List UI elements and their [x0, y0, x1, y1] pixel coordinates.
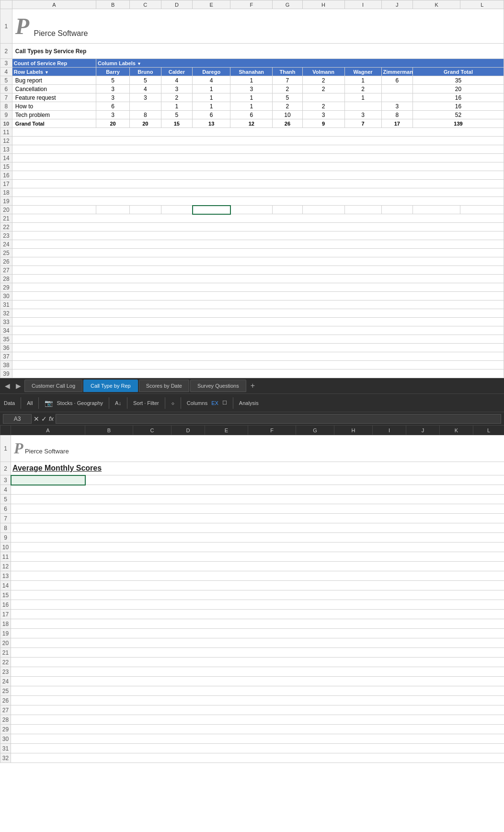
column-labels-header: Column Labels ▼ — [96, 59, 504, 68]
ribbon-all: All — [27, 400, 33, 406]
ribbon-sort-az: A↓ — [115, 400, 121, 406]
bottom-col-header-f[interactable]: F — [248, 426, 296, 435]
ribbon-sort-filter-label[interactable]: Sort · Filter — [133, 400, 159, 406]
table-row: 26 — [0, 257, 504, 266]
col-header-k[interactable]: K — [413, 0, 460, 9]
ribbon-columns: Columns — [187, 400, 207, 406]
bottom-company-name: Pierce Software — [25, 448, 69, 455]
sheet-nav-next[interactable]: ▶ — [13, 381, 24, 391]
cell-reference-box[interactable]: A3 — [3, 414, 32, 424]
checkbox-icon[interactable]: ☐ — [222, 400, 227, 406]
formula-confirm-button[interactable]: ✓ — [41, 415, 47, 423]
ribbon-stocks-label[interactable]: Stocks · Geography — [57, 400, 103, 406]
company-name: Pierce Software — [34, 29, 88, 37]
bottom-col-header-k[interactable]: K — [440, 426, 473, 435]
table-row: 4 — [0, 485, 504, 495]
row-num-7: 7 — [0, 93, 12, 102]
ribbon-analysis-label[interactable]: Analysis — [239, 400, 259, 406]
table-row: 12 — [0, 562, 504, 571]
ribbon-analysis: Analysis — [239, 400, 259, 406]
bottom-col-header-i[interactable]: I — [373, 426, 406, 435]
col-header-i[interactable]: I — [344, 0, 381, 9]
bottom-logo-cell: P Pierce Software — [11, 435, 504, 462]
tab-survey-questions[interactable]: Survey Questions — [190, 380, 246, 392]
bottom-spreadsheet-table: A B C D E F G H I J K L 1 — [0, 425, 504, 763]
bottom-col-header-l[interactable]: L — [473, 426, 504, 435]
table-row: 36 — [0, 344, 504, 352]
ribbon-sep-3 — [109, 397, 109, 409]
col-header-g[interactable]: G — [273, 0, 302, 9]
grand-total-label: Grand Total — [12, 119, 96, 128]
ribbon-data-label[interactable]: Data — [4, 400, 15, 406]
col-header-darego: Darego — [193, 68, 230, 76]
ribbon-sort-filter: Sort · Filter — [133, 400, 159, 406]
row-num-6: 6 — [0, 85, 12, 93]
table-row: 15 — [0, 590, 504, 600]
row-label-feature-request: Feature request — [12, 93, 96, 102]
sheet-title: Call Types by Service Rep — [12, 44, 504, 59]
bottom-col-header-b[interactable]: B — [85, 426, 133, 435]
formula-controls: ✕ ✓ — [34, 415, 47, 423]
bottom-corner-cell — [0, 426, 11, 435]
col-header-e[interactable]: E — [193, 0, 230, 9]
table-row: 30 — [0, 292, 504, 300]
bottom-col-header-g[interactable]: G — [296, 426, 334, 435]
bottom-col-header-j[interactable]: J — [406, 426, 440, 435]
column-labels-dropdown-icon[interactable]: ▼ — [137, 61, 141, 66]
bottom-col-header-h[interactable]: H — [334, 426, 373, 435]
bottom-col-header-d[interactable]: D — [172, 426, 205, 435]
table-row: 25 — [0, 686, 504, 696]
row-labels-dropdown-icon[interactable]: ▼ — [45, 70, 49, 75]
row-num-8: 8 — [0, 102, 12, 111]
col-header-f[interactable]: F — [230, 0, 273, 9]
table-row: 18 — [0, 188, 504, 197]
ribbon-all-label[interactable]: All — [27, 400, 33, 406]
ribbon-checkbox-icon: ☐ — [222, 400, 227, 406]
col-header-l[interactable]: L — [460, 0, 504, 9]
bottom-row-num-2: 2 — [0, 462, 11, 475]
row-num-3: 3 — [0, 59, 12, 68]
table-row: 35 — [0, 335, 504, 344]
col-header-bruno: Bruno — [130, 68, 161, 76]
tab-call-type-by-rep[interactable]: Call Type by Rep — [83, 380, 138, 392]
formula-input[interactable] — [56, 414, 501, 424]
col-header-thanh: Thanh — [273, 68, 302, 76]
col-header-b[interactable]: B — [96, 0, 130, 9]
col-header-shanahan: Shanahan — [230, 68, 273, 76]
table-row: 26 — [0, 696, 504, 705]
bottom-col-header-a[interactable]: A — [11, 426, 85, 435]
sheet-nav-prev[interactable]: ◀ — [2, 381, 13, 391]
tab-scores-by-date[interactable]: Scores by Date — [139, 380, 189, 392]
row-label-bug-report: Bug report — [12, 76, 96, 85]
funnel-icon[interactable]: ⬦ — [171, 399, 175, 406]
add-sheet-button[interactable]: + — [247, 379, 259, 393]
col-header-c[interactable]: C — [130, 0, 161, 9]
bottom-col-header-e[interactable]: E — [205, 426, 248, 435]
selected-cell-a3[interactable] — [11, 475, 85, 485]
selected-cell-f20[interactable] — [193, 206, 230, 214]
ribbon-bar: Data All 📷 Stocks · Geography A↓ Sort · … — [0, 393, 504, 412]
row-label-cancellation: Cancellation — [12, 85, 96, 93]
table-row: 31 — [0, 744, 504, 753]
col-header-calder: Calder — [161, 68, 193, 76]
ribbon-ex-text[interactable]: EX — [211, 400, 218, 406]
table-row: 3 — [0, 475, 504, 485]
col-header-j[interactable]: J — [381, 0, 413, 9]
ribbon-stocks-geography: Stocks · Geography — [57, 400, 103, 406]
bottom-col-header-c[interactable]: C — [133, 426, 172, 435]
count-label: Count of Service Rep — [12, 59, 96, 68]
table-row: 17 — [0, 610, 504, 619]
table-row: 39 — [0, 370, 504, 378]
tab-customer-call-log[interactable]: Customer Call Log — [24, 380, 82, 392]
col-header-d[interactable]: D — [161, 0, 193, 9]
ribbon-columns-label[interactable]: Columns — [187, 400, 207, 406]
col-header-h[interactable]: H — [302, 0, 344, 9]
formula-cancel-button[interactable]: ✕ — [34, 415, 39, 423]
table-row: 32 — [0, 309, 504, 318]
table-row: 34 — [0, 326, 504, 335]
bottom-column-header-row: A B C D E F G H I J K L — [0, 426, 504, 435]
sort-az-icon[interactable]: A↓ — [115, 400, 121, 406]
bottom-title-row: 2 Average Monthly Scores — [0, 462, 504, 475]
col-header-a[interactable]: A — [12, 0, 96, 9]
row-label-how-to: How to — [12, 102, 96, 111]
